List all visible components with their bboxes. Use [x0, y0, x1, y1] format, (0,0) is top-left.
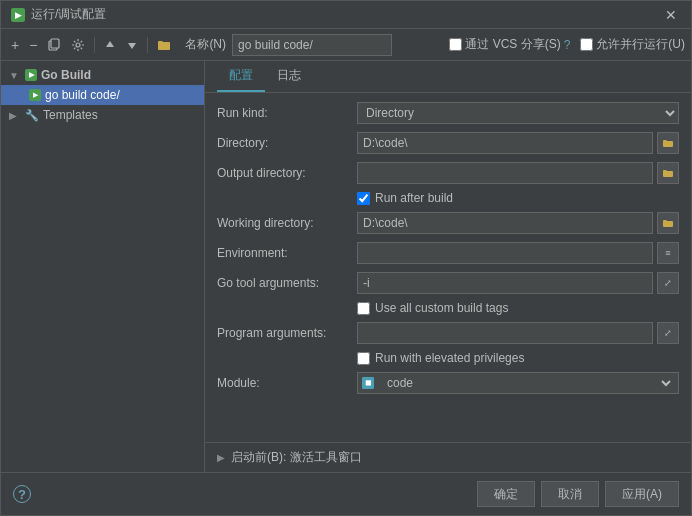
- program-args-input[interactable]: [357, 322, 653, 344]
- right-panel: 配置 日志 Run kind: Directory File Package: [205, 61, 691, 472]
- sidebar-item-gobuild[interactable]: ▼ Go Build: [1, 65, 204, 85]
- ok-button[interactable]: 确定: [477, 481, 535, 507]
- go-tool-args-row: Go tool arguments: ⤢: [217, 271, 679, 295]
- go-tool-args-value: ⤢: [357, 272, 679, 294]
- help-button[interactable]: ?: [13, 485, 31, 503]
- go-tool-args-label: Go tool arguments:: [217, 276, 357, 290]
- gobuild-child-run-icon: [29, 89, 41, 101]
- output-dir-label: Output directory:: [217, 166, 357, 180]
- environment-input[interactable]: [357, 242, 653, 264]
- directory-label: Directory:: [217, 136, 357, 150]
- svg-rect-1: [51, 39, 59, 48]
- program-args-value: ⤢: [357, 322, 679, 344]
- settings-config-button[interactable]: [67, 36, 89, 54]
- tab-config[interactable]: 配置: [217, 61, 265, 92]
- cancel-button[interactable]: 取消: [541, 481, 599, 507]
- before-launch[interactable]: ▶ 启动前(B): 激活工具窗口: [205, 442, 691, 472]
- copy-config-button[interactable]: [43, 36, 65, 54]
- toolbar-sep-2: [147, 37, 148, 53]
- name-area: 名称(N): [185, 34, 437, 56]
- environment-browse-button[interactable]: ≡: [657, 242, 679, 264]
- go-tool-args-expand-button[interactable]: ⤢: [657, 272, 679, 294]
- program-args-row: Program arguments: ⤢: [217, 321, 679, 345]
- tab-log[interactable]: 日志: [265, 61, 313, 92]
- working-dir-label: Working directory:: [217, 216, 357, 230]
- program-args-label: Program arguments:: [217, 326, 357, 340]
- svg-marker-3: [106, 41, 114, 47]
- dialog-title: 运行/调试配置: [31, 6, 106, 23]
- parallel-run-checkbox[interactable]: [580, 38, 593, 51]
- custom-build-tags-checkbox[interactable]: [357, 302, 370, 315]
- dialog-icon: ▶: [11, 8, 25, 22]
- go-tool-args-input[interactable]: [357, 272, 653, 294]
- name-label: 名称(N): [185, 36, 226, 53]
- module-row: Module: ◼ code: [217, 371, 679, 395]
- parallel-run-label: 允许并行运行(U): [596, 36, 685, 53]
- parallel-run-item: 允许并行运行(U): [580, 36, 685, 53]
- add-config-button[interactable]: +: [7, 35, 23, 55]
- sidebar: ▼ Go Build go build code/ ▶ 🔧 Templates: [1, 61, 205, 472]
- output-dir-value: [357, 162, 679, 184]
- run-after-build-checkbox[interactable]: [357, 192, 370, 205]
- working-dir-row: Working directory:: [217, 211, 679, 235]
- directory-browse-button[interactable]: [657, 132, 679, 154]
- output-dir-row: Output directory:: [217, 161, 679, 185]
- toolbar-sep-1: [94, 37, 95, 53]
- program-args-expand-button[interactable]: ⤢: [657, 322, 679, 344]
- directory-row: Directory:: [217, 131, 679, 155]
- templates-expand-icon: ▶: [9, 110, 21, 121]
- working-dir-browse-button[interactable]: [657, 212, 679, 234]
- environment-value: ≡: [357, 242, 679, 264]
- folder-button[interactable]: [153, 37, 175, 53]
- environment-row: Environment: ≡: [217, 241, 679, 265]
- gobuild-label: Go Build: [41, 68, 91, 82]
- gobuild-child-label: go build code/: [45, 88, 120, 102]
- main-content: ▼ Go Build go build code/ ▶ 🔧 Templates …: [1, 61, 691, 472]
- directory-value: [357, 132, 679, 154]
- gobuild-expand-icon: ▼: [9, 70, 21, 81]
- remove-config-button[interactable]: −: [25, 35, 41, 55]
- elevated-row: Run with elevated privileges: [217, 351, 679, 365]
- run-kind-value: Directory File Package: [357, 102, 679, 124]
- before-launch-label: 启动前(B): 激活工具窗口: [231, 449, 362, 466]
- svg-point-2: [76, 43, 80, 47]
- toolbar: + − 名称(N) 通过 VCS 分享(S) ?: [1, 29, 691, 61]
- environment-label: Environment:: [217, 246, 357, 260]
- title-bar-left: ▶ 运行/调试配置: [11, 6, 106, 23]
- run-kind-label: Run kind:: [217, 106, 357, 120]
- title-bar: ▶ 运行/调试配置 ✕: [1, 1, 691, 29]
- templates-label: Templates: [43, 108, 98, 122]
- output-dir-input[interactable]: [357, 162, 653, 184]
- run-kind-select[interactable]: Directory File Package: [357, 102, 679, 124]
- sidebar-item-gobuild-child[interactable]: go build code/: [1, 85, 204, 105]
- name-input[interactable]: [232, 34, 392, 56]
- elevated-checkbox[interactable]: [357, 352, 370, 365]
- sidebar-item-templates[interactable]: ▶ 🔧 Templates: [1, 105, 204, 125]
- close-button[interactable]: ✕: [661, 7, 681, 23]
- module-icon: ◼: [362, 377, 374, 389]
- run-after-build-label: Run after build: [375, 191, 453, 205]
- share-help-icon[interactable]: ?: [564, 38, 571, 52]
- gobuild-run-icon: [25, 69, 37, 81]
- share-vcs-checkbox[interactable]: [449, 38, 462, 51]
- module-label: Module:: [217, 376, 357, 390]
- header-checkboxes: 通过 VCS 分享(S) ? 允许并行运行(U): [449, 36, 685, 53]
- share-vcs-label: 通过 VCS 分享(S): [465, 36, 560, 53]
- elevated-label: Run with elevated privileges: [375, 351, 524, 365]
- working-dir-value: [357, 212, 679, 234]
- form-area: Run kind: Directory File Package Directo…: [205, 93, 691, 442]
- main-dialog: ▶ 运行/调试配置 ✕ + − 名称(N): [0, 0, 692, 516]
- module-value: ◼ code: [357, 372, 679, 394]
- custom-build-tags-label: Use all custom build tags: [375, 301, 508, 315]
- module-select[interactable]: code: [379, 372, 674, 394]
- move-down-button[interactable]: [122, 37, 142, 53]
- svg-marker-4: [128, 43, 136, 49]
- working-dir-input[interactable]: [357, 212, 653, 234]
- custom-build-tags-row: Use all custom build tags: [217, 301, 679, 315]
- apply-button[interactable]: 应用(A): [605, 481, 679, 507]
- directory-input[interactable]: [357, 132, 653, 154]
- output-dir-browse-button[interactable]: [657, 162, 679, 184]
- move-up-button[interactable]: [100, 37, 120, 53]
- templates-wrench-icon: 🔧: [25, 109, 39, 122]
- run-after-build-row: Run after build: [217, 191, 679, 205]
